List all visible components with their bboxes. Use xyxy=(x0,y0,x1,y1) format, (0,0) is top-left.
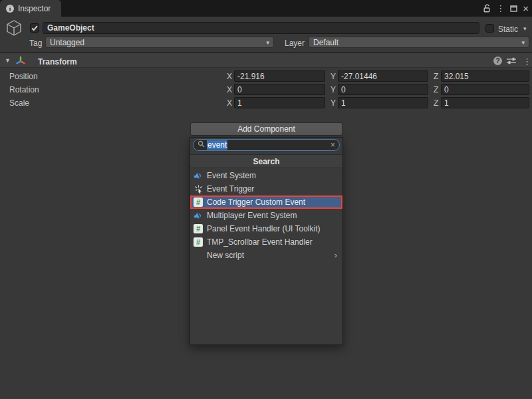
foldout-arrow-icon[interactable]: ▼ xyxy=(5,57,11,64)
transform-scale-row: Scale X Y Z xyxy=(0,96,532,110)
static-label: Static xyxy=(498,25,518,34)
kebab-menu-icon[interactable]: ⋮ xyxy=(496,4,505,13)
help-icon[interactable]: ? xyxy=(493,57,502,65)
checkmark-icon xyxy=(31,25,38,31)
transform-rotation-row: Rotation X Y Z xyxy=(0,83,532,96)
titlebar: i Inspector ⋮ × xyxy=(0,0,532,17)
position-y-field[interactable] xyxy=(338,70,428,82)
axis-y-label[interactable]: Y xyxy=(331,85,336,94)
component-list-item[interactable]: Panel Event Handler (UI Toolkit) xyxy=(190,222,342,235)
position-label: Position xyxy=(9,72,38,81)
axis-x-label[interactable]: X xyxy=(227,72,232,81)
rotation-label: Rotation xyxy=(9,85,39,94)
layer-value: Default xyxy=(313,38,338,47)
component-list-item-new-script[interactable]: New script › xyxy=(190,249,342,262)
tag-dropdown[interactable]: Untagged ▾ xyxy=(45,37,274,48)
position-x-field[interactable] xyxy=(234,70,325,82)
rotation-z-field[interactable] xyxy=(441,84,529,95)
event-system-icon xyxy=(194,171,203,180)
tag-label: Tag xyxy=(29,39,42,48)
gameobject-name-input[interactable] xyxy=(43,22,479,34)
component-item-label: Event Trigger xyxy=(207,184,254,194)
axis-z-label[interactable]: Z xyxy=(434,98,438,108)
active-checkbox[interactable] xyxy=(30,23,39,33)
axis-x-label[interactable]: X xyxy=(227,98,232,108)
rotation-y-field[interactable] xyxy=(338,84,428,95)
scale-label: Scale xyxy=(9,98,29,108)
component-item-label: New script xyxy=(207,251,244,260)
component-list-item[interactable]: Event System xyxy=(190,169,342,182)
search-query-selected-text: event xyxy=(207,140,227,150)
axis-y-label[interactable]: Y xyxy=(331,72,336,81)
axis-z-label[interactable]: Z xyxy=(434,85,438,94)
axis-z-label[interactable]: Z xyxy=(434,72,438,81)
gameobject-cube-icon[interactable]: ▾ xyxy=(5,19,26,38)
component-list-item[interactable]: Event Trigger xyxy=(190,182,342,196)
tab-inspector[interactable]: i Inspector xyxy=(0,0,61,17)
transform-icon xyxy=(15,56,26,68)
position-z-field[interactable] xyxy=(441,70,529,82)
kebab-menu-icon[interactable]: ⋮ xyxy=(523,57,531,66)
component-list-item[interactable]: Multiplayer Event System xyxy=(190,209,342,222)
close-icon[interactable]: × xyxy=(523,3,529,13)
clear-search-icon[interactable]: × xyxy=(331,140,335,150)
search-icon xyxy=(198,140,205,150)
chevron-right-icon: › xyxy=(334,250,337,260)
layer-dropdown[interactable]: Default ▾ xyxy=(309,37,529,48)
component-item-label: Panel Event Handler (UI Toolkit) xyxy=(207,224,321,233)
csharp-script-icon xyxy=(194,198,203,207)
add-component-popup: event × Search Event System xyxy=(190,137,343,345)
scale-x-field[interactable] xyxy=(234,97,325,108)
chevron-down-icon: ▾ xyxy=(266,39,269,46)
component-list-item[interactable]: TMP_Scrollbar Event Handler xyxy=(190,235,342,249)
scale-y-field[interactable] xyxy=(338,97,428,108)
transform-header[interactable] xyxy=(0,53,532,68)
add-component-button[interactable]: Add Component xyxy=(190,122,342,136)
maximize-icon[interactable] xyxy=(510,5,517,12)
component-item-label: Multiplayer Event System xyxy=(207,211,297,220)
layer-label: Layer xyxy=(285,39,305,48)
component-item-label: Code Trigger Custom Event xyxy=(207,198,305,207)
tab-title: Inspector xyxy=(18,4,51,13)
axis-y-label[interactable]: Y xyxy=(331,98,336,108)
component-item-label: Event System xyxy=(207,171,256,180)
info-icon: i xyxy=(6,5,14,13)
presets-icon[interactable] xyxy=(507,57,516,67)
rotation-x-field[interactable] xyxy=(234,84,325,95)
unlock-icon[interactable] xyxy=(483,4,491,13)
tag-value: Untagged xyxy=(50,38,84,47)
component-search-input[interactable]: event × xyxy=(193,139,340,151)
event-trigger-icon xyxy=(194,184,203,194)
transform-position-row: Position X Y Z xyxy=(0,70,532,83)
component-item-label: TMP_Scrollbar Event Handler xyxy=(207,237,313,247)
axis-x-label[interactable]: X xyxy=(227,85,232,94)
scale-z-field[interactable] xyxy=(441,97,529,108)
static-dropdown-arrow[interactable]: ▾ xyxy=(523,25,527,32)
csharp-script-icon xyxy=(194,237,203,247)
component-list-item-selected[interactable]: Code Trigger Custom Event xyxy=(190,196,342,209)
component-list: Event System Event Trigger Code Trigger … xyxy=(190,169,342,262)
search-section-header: Search xyxy=(190,154,342,168)
static-checkbox[interactable] xyxy=(485,24,494,33)
transform-title: Transform xyxy=(38,57,77,66)
event-system-icon xyxy=(194,211,203,220)
chevron-down-icon: ▾ xyxy=(521,39,525,46)
csharp-script-icon xyxy=(194,224,203,233)
